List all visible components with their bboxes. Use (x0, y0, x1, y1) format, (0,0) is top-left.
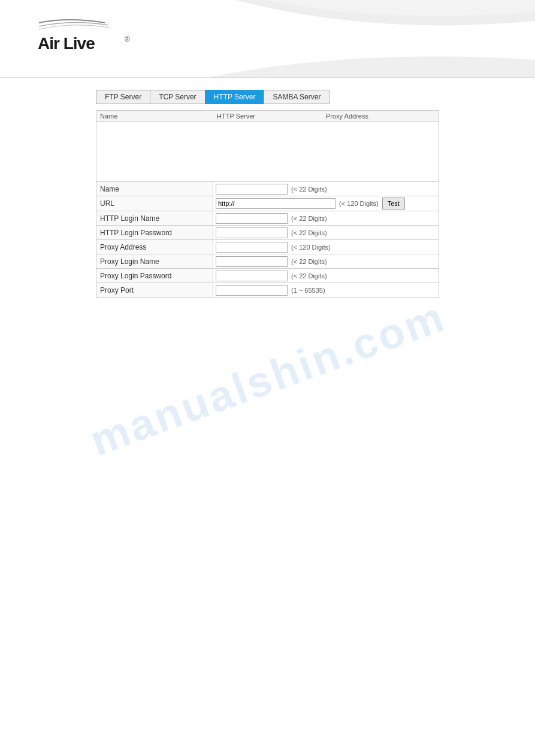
form-row-name: Name (< 22 Digits) (96, 182, 439, 196)
tab-samba-server[interactable]: SAMBA Server (264, 90, 330, 104)
label-proxy-port: Proxy Port (96, 283, 213, 297)
logo: Air Live ® (33, 12, 153, 60)
input-proxy-login-name[interactable] (216, 256, 288, 267)
test-button[interactable]: Test (382, 198, 405, 210)
label-http-login-name: HTTP Login Name (96, 211, 213, 225)
field-name: (< 22 Digits) (213, 182, 439, 196)
form-row-http-login-name: HTTP Login Name (< 22 Digits) (96, 211, 439, 226)
hint-proxy-port: (1 ~ 65535) (291, 287, 325, 294)
label-proxy-address: Proxy Address (96, 240, 213, 254)
input-http-login-name[interactable] (216, 213, 288, 224)
hint-proxy-address: (< 120 Digits) (291, 244, 331, 251)
form-row-proxy-login-name: Proxy Login Name (< 22 Digits) (96, 254, 439, 269)
hint-proxy-login-password: (< 22 Digits) (291, 272, 327, 280)
input-url[interactable] (216, 198, 335, 209)
header-decoration (146, 0, 535, 78)
col-name-header: Name (100, 113, 217, 120)
field-http-login-password: (< 22 Digits) (213, 226, 439, 239)
input-http-login-password[interactable] (216, 227, 288, 238)
field-proxy-login-name: (< 22 Digits) (213, 254, 439, 268)
input-name[interactable] (216, 184, 288, 195)
tab-bar: FTP Server TCP Server HTTP Server SAMBA … (96, 90, 535, 104)
form-row-proxy-port: Proxy Port (1 ~ 65535) (96, 283, 439, 297)
panel-header: Name HTTP Server Proxy Address (96, 111, 439, 122)
hint-http-login-name: (< 22 Digits) (291, 215, 327, 222)
col-http-server-header: HTTP Server (217, 113, 326, 120)
hint-proxy-login-name: (< 22 Digits) (291, 258, 327, 265)
col-proxy-address-header: Proxy Address (326, 113, 435, 120)
form-row-url: URL (< 120 Digits) Test (96, 196, 439, 211)
field-url: (< 120 Digits) Test (213, 196, 439, 211)
svg-text:®: ® (125, 35, 130, 44)
page-header: Air Live ® (0, 0, 535, 78)
tab-http-server[interactable]: HTTP Server (205, 90, 264, 104)
field-http-login-name: (< 22 Digits) (213, 211, 439, 225)
form-row-http-login-password: HTTP Login Password (< 22 Digits) (96, 226, 439, 240)
tab-ftp-server[interactable]: FTP Server (96, 90, 150, 104)
main-content: Name HTTP Server Proxy Address Name (< 2… (96, 110, 439, 298)
server-list-area (96, 122, 439, 182)
tab-tcp-server[interactable]: TCP Server (150, 90, 204, 104)
watermark: manualshin.com (83, 291, 452, 465)
label-name: Name (96, 182, 213, 196)
label-proxy-login-name: Proxy Login Name (96, 254, 213, 268)
http-server-panel: Name HTTP Server Proxy Address Name (< 2… (96, 110, 439, 298)
input-proxy-login-password[interactable] (216, 271, 288, 281)
svg-text:Air Live: Air Live (38, 34, 95, 53)
form-row-proxy-address: Proxy Address (< 120 Digits) (96, 240, 439, 254)
hint-http-login-password: (< 22 Digits) (291, 229, 327, 236)
input-proxy-port[interactable] (216, 285, 288, 296)
hint-name: (< 22 Digits) (291, 186, 327, 193)
field-proxy-login-password: (< 22 Digits) (213, 269, 439, 283)
form-row-proxy-login-password: Proxy Login Password (< 22 Digits) (96, 269, 439, 283)
input-proxy-address[interactable] (216, 242, 288, 253)
field-proxy-address: (< 120 Digits) (213, 240, 439, 254)
field-proxy-port: (1 ~ 65535) (213, 283, 439, 297)
label-http-login-password: HTTP Login Password (96, 226, 213, 239)
label-proxy-login-password: Proxy Login Password (96, 269, 213, 283)
hint-url: (< 120 Digits) (339, 200, 379, 207)
label-url: URL (96, 196, 213, 211)
